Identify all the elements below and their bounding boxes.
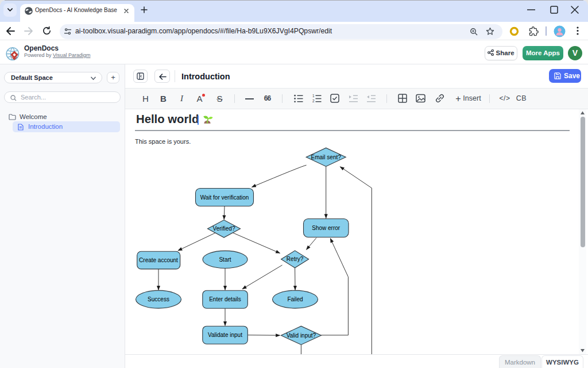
svg-text:Valid input?: Valid input?: [287, 332, 316, 339]
svg-text:Email sent?: Email sent?: [311, 154, 342, 160]
svg-text:2: 2: [312, 99, 315, 103]
svg-text:Create account: Create account: [139, 257, 178, 263]
svg-text:Start: Start: [219, 256, 231, 263]
svg-text:Success: Success: [148, 296, 169, 302]
svg-text:Verified?: Verified?: [213, 225, 235, 232]
svg-text:1: 1: [312, 94, 315, 98]
svg-text:Validate input: Validate input: [208, 332, 242, 338]
svg-text:Enter details: Enter details: [209, 296, 241, 302]
svg-text:Show error: Show error: [312, 225, 341, 231]
svg-text:Failed: Failed: [287, 296, 303, 302]
svg-text:Retry?: Retry?: [287, 256, 304, 262]
svg-text:Wait for verification: Wait for verification: [200, 194, 249, 201]
